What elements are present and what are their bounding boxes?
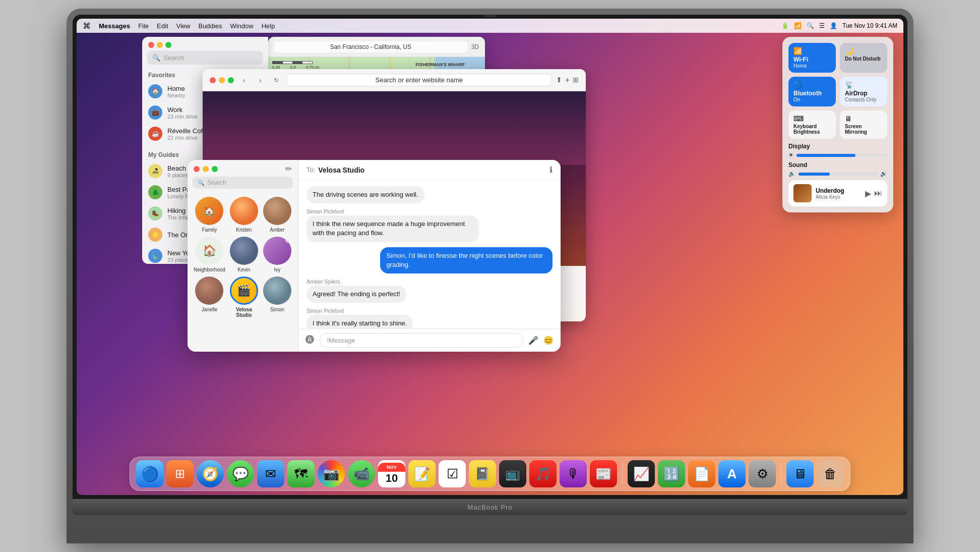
play-button[interactable]: ▶ bbox=[865, 189, 871, 198]
control-center-icon[interactable]: ☰ bbox=[819, 22, 825, 29]
contact-kevin[interactable]: Kevin bbox=[229, 237, 259, 272]
safari-address-bar[interactable]: Search or enter website name bbox=[286, 74, 552, 86]
map-type-icon[interactable]: 3D bbox=[471, 43, 479, 50]
contact-kristen[interactable]: Kristen bbox=[229, 197, 259, 233]
dock-notes[interactable]: 📓 bbox=[469, 460, 496, 487]
dock-reminders[interactable]: ☑ bbox=[439, 460, 466, 487]
kevin-label: Kevin bbox=[237, 267, 250, 272]
dock-photos[interactable]: 📷 bbox=[318, 460, 345, 487]
messages-maximize-button[interactable] bbox=[212, 166, 218, 172]
wifi-tile[interactable]: 📶 Wi-Fi Home bbox=[788, 43, 836, 73]
safari-back-button[interactable]: ‹ bbox=[238, 74, 250, 86]
dock-app-store[interactable]: A bbox=[718, 460, 746, 487]
volume-icon: 🔉 bbox=[788, 171, 795, 177]
safari-forward-button[interactable]: › bbox=[254, 74, 266, 86]
sound-slider[interactable] bbox=[799, 173, 877, 176]
dock-maps[interactable]: 🗺 bbox=[287, 460, 315, 487]
dock-screen[interactable]: 🖥 bbox=[786, 460, 814, 487]
dock-stocks[interactable]: 📈 bbox=[628, 460, 655, 487]
emoji-icon[interactable]: 😊 bbox=[543, 336, 554, 345]
to-label: To: bbox=[307, 166, 315, 174]
bluetooth-tile[interactable]: 🔵 Bluetooth On bbox=[788, 77, 836, 106]
contact-family[interactable]: 🏠 Family bbox=[194, 197, 225, 233]
do-not-disturb-tile[interactable]: 🌙 Do Not Disturb bbox=[840, 43, 887, 73]
janelle-label: Janelle bbox=[202, 307, 218, 312]
simon-label: Simon bbox=[270, 307, 284, 312]
maps-search-box[interactable]: 🔍 Search bbox=[147, 51, 263, 65]
dock-numbers[interactable]: 🔢 bbox=[658, 460, 685, 487]
menubar-buddies[interactable]: Buddies bbox=[198, 22, 222, 30]
contact-amber[interactable]: Amber bbox=[263, 197, 292, 233]
wifi-tile-sub: Home bbox=[793, 63, 831, 69]
dock-trash[interactable]: 🗑 bbox=[817, 460, 844, 487]
share-icon[interactable]: ⬆ bbox=[556, 76, 562, 85]
safari-window-controls bbox=[210, 77, 234, 83]
dock-stickies[interactable]: 📝 bbox=[408, 460, 436, 487]
dock-finder[interactable]: 🔵 bbox=[136, 460, 163, 487]
bluetooth-title: Bluetooth bbox=[793, 90, 831, 97]
safari-reload-button[interactable]: ↻ bbox=[270, 74, 282, 86]
dock-music[interactable]: 🎵 bbox=[529, 460, 557, 487]
dock-launchpad[interactable]: ⊞ bbox=[166, 460, 194, 487]
contact-ivy[interactable]: ❤ Ivy bbox=[263, 237, 292, 272]
safari-close-button[interactable] bbox=[210, 77, 216, 83]
dock-system-preferences[interactable]: ⚙ bbox=[749, 460, 776, 487]
dock-calendar[interactable]: NOV 10 bbox=[378, 460, 405, 487]
menubar-datetime: Tue Nov 10 9:41 AM bbox=[842, 22, 897, 29]
messages-input-field[interactable]: iMessage bbox=[320, 333, 523, 348]
maps-address-bar[interactable]: San Francisco - California, US bbox=[274, 41, 467, 52]
display-slider[interactable] bbox=[797, 154, 887, 157]
volume-max-icon: 🔊 bbox=[880, 171, 887, 177]
contact-janelle[interactable]: Janelle bbox=[194, 277, 225, 318]
macbook-bottom: MacBook Pro bbox=[73, 499, 907, 515]
dock-messages[interactable]: 💬 bbox=[227, 460, 254, 487]
display-section-label: Display bbox=[788, 143, 887, 150]
dock-pages[interactable]: 📄 bbox=[688, 460, 715, 487]
song-artist: Alicia Keys bbox=[816, 194, 861, 200]
dock-apple-tv[interactable]: 📺 bbox=[499, 460, 526, 487]
new-tab-icon[interactable]: + bbox=[565, 76, 570, 85]
screen-mirroring-tile[interactable]: 🖥 Screen Mirroring bbox=[840, 111, 887, 139]
menubar: ⌘ Messages File Edit View Buddies Window… bbox=[77, 19, 903, 33]
safari-maximize-button[interactable] bbox=[228, 77, 234, 83]
menubar-view[interactable]: View bbox=[176, 22, 191, 30]
dock-podcasts[interactable]: 🎙 bbox=[560, 460, 587, 487]
skip-button[interactable]: ⏭ bbox=[874, 189, 882, 198]
app-store-icon[interactable]: 🅐 bbox=[305, 335, 315, 346]
media-controls[interactable]: ▶ ⏭ bbox=[865, 189, 882, 198]
msg-sender-4: Amber Spiers bbox=[307, 279, 340, 285]
apple-menu[interactable]: ⌘ bbox=[83, 21, 91, 31]
msg-row-4: Amber Spiers Agreed! The ending is perfe… bbox=[307, 279, 553, 303]
menubar-window[interactable]: Window bbox=[230, 22, 253, 30]
menubar-edit[interactable]: Edit bbox=[157, 22, 168, 30]
maximize-button[interactable] bbox=[165, 42, 171, 48]
contact-simon[interactable]: Simon bbox=[263, 277, 292, 318]
search-icon[interactable]: 🔍 bbox=[807, 22, 814, 29]
menubar-left: ⌘ Messages File Edit View Buddies Window… bbox=[83, 21, 275, 31]
menubar-help[interactable]: Help bbox=[262, 22, 275, 30]
messages-close-button[interactable] bbox=[194, 166, 200, 172]
audio-icon[interactable]: 🎤 bbox=[528, 336, 538, 345]
close-button[interactable] bbox=[148, 42, 154, 48]
menubar-file[interactable]: File bbox=[138, 22, 149, 30]
info-button[interactable]: ℹ bbox=[549, 165, 553, 175]
contact-neighborhood[interactable]: 🏠 Neighborhood bbox=[194, 237, 225, 272]
contact-velosa-studio[interactable]: 🎬 Velosa Studio bbox=[229, 277, 259, 318]
sidebar-toggle-icon[interactable]: ⊞ bbox=[573, 76, 579, 85]
messages-search-box[interactable]: 🔍 Search bbox=[193, 177, 293, 189]
dock-news[interactable]: 📰 bbox=[590, 460, 617, 487]
messages-window: ✏ 🔍 Search 🏠 Family bbox=[188, 160, 561, 352]
keyboard-brightness-tile[interactable]: ⌨ Keyboard Brightness bbox=[788, 111, 836, 139]
messages-minimize-button[interactable] bbox=[203, 166, 209, 172]
airdrop-icon: 📡 bbox=[845, 81, 882, 89]
minimize-button[interactable] bbox=[157, 42, 163, 48]
dock-facetime[interactable]: 📹 bbox=[348, 460, 375, 487]
dock-safari[interactable]: 🧭 bbox=[197, 460, 224, 487]
safari-minimize-button[interactable] bbox=[219, 77, 225, 83]
dock-mail[interactable]: ✉ bbox=[257, 460, 284, 487]
simon-avatar bbox=[263, 277, 291, 305]
messages-compose-button[interactable]: ✏ bbox=[285, 164, 292, 174]
airdrop-tile[interactable]: 📡 AirDrop Contacts Only bbox=[840, 77, 887, 106]
messages-chat-header: To: Velosa Studio ℹ bbox=[298, 160, 561, 180]
camera-notch bbox=[484, 15, 496, 18]
